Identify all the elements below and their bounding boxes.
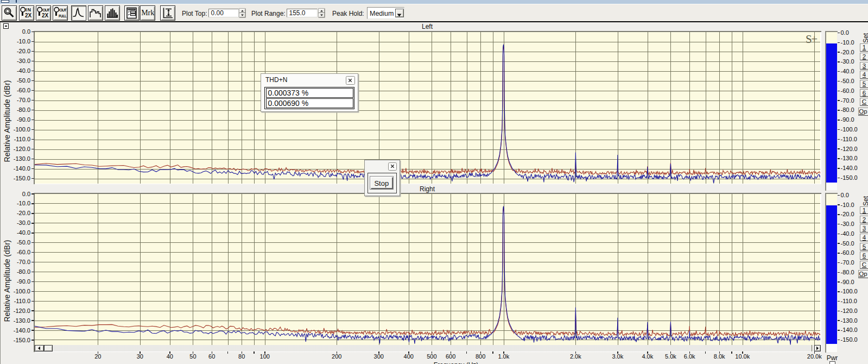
svg-text:IN: IN	[26, 7, 31, 12]
svg-text:2X: 2X	[25, 12, 32, 18]
svg-text:FULL: FULL	[59, 14, 67, 17]
svg-text:OUT: OUT	[59, 8, 67, 12]
svg-text:2X: 2X	[42, 12, 49, 18]
